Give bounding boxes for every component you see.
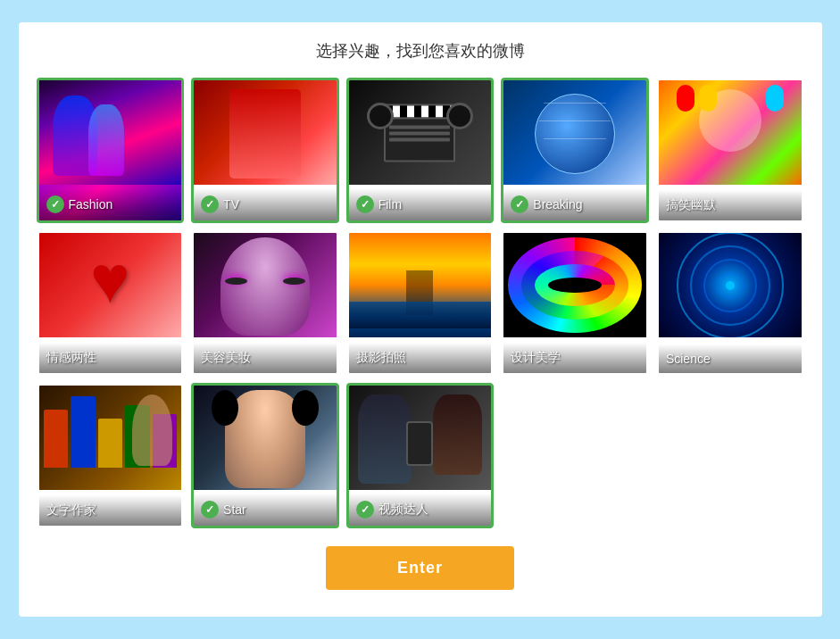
card-breaking[interactable]: Breaking <box>501 78 649 223</box>
check-badge-video <box>356 501 374 519</box>
enter-button[interactable]: Enter <box>326 546 514 590</box>
check-badge-fashion <box>46 195 64 213</box>
card-label-film: Film <box>378 197 402 212</box>
enter-button-wrap: Enter <box>37 546 804 590</box>
card-label-science: Science <box>666 352 711 366</box>
page-title: 选择兴趣，找到您喜欢的微博 <box>37 40 804 62</box>
card-funny[interactable]: 搞笑幽默 <box>656 78 804 223</box>
card-beauty[interactable]: 美容美妆 <box>191 230 339 376</box>
card-science[interactable]: Science <box>656 230 804 376</box>
grid-row-2: ♥ 情感两性 美容美妆 <box>37 230 804 376</box>
card-video[interactable]: 视频达人 <box>346 383 495 528</box>
page-container: 选择兴趣，找到您喜欢的微博 Fashion <box>19 22 822 617</box>
check-badge-star <box>201 501 219 519</box>
check-badge-film <box>356 195 374 213</box>
card-label-design: 设计美学 <box>511 350 561 366</box>
card-label-video: 视频达人 <box>378 502 428 518</box>
card-emotion[interactable]: ♥ 情感两性 <box>37 230 185 376</box>
card-writer[interactable]: 文字作家 <box>37 383 185 528</box>
card-fashion[interactable]: Fashion <box>37 78 185 223</box>
grid-row-1: Fashion TV <box>37 78 804 223</box>
card-star[interactable]: Star <box>191 383 339 528</box>
card-label-fashion: Fashion <box>69 197 113 212</box>
card-tv[interactable]: TV <box>191 78 339 223</box>
card-label-star: Star <box>223 502 246 517</box>
card-label-emotion: 情感两性 <box>46 350 96 366</box>
card-label-breaking: Breaking <box>533 197 582 212</box>
card-photo[interactable]: 摄影拍照 <box>346 230 495 376</box>
card-label-writer: 文字作家 <box>46 502 96 519</box>
card-label-photo: 摄影拍照 <box>356 350 406 366</box>
card-label-beauty: 美容美妆 <box>201 350 251 366</box>
card-label-funny: 搞笑幽默 <box>666 197 716 213</box>
card-film[interactable]: Film <box>346 78 495 223</box>
check-badge-breaking <box>511 195 528 213</box>
check-badge-tv <box>201 195 219 213</box>
grid-row-3: 文字作家 Star <box>37 383 804 528</box>
card-label-tv: TV <box>223 197 239 212</box>
card-design[interactable]: 设计美学 <box>501 230 649 376</box>
